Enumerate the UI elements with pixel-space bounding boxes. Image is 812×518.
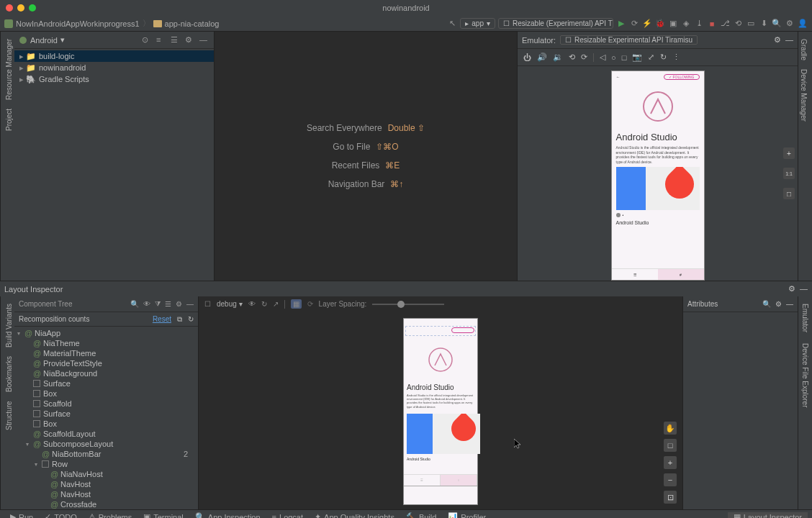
vcs-icon[interactable]: ⎇ [720, 19, 730, 29]
filter-icon[interactable]: ⧩ [155, 300, 161, 309]
volume-up-icon[interactable]: 🔊 [537, 53, 547, 62]
project-tree[interactable]: ▸📁build-logic ▸📁nowinandroid ▸🐘Gradle Sc… [14, 49, 214, 281]
zoom-in-icon[interactable]: + [783, 147, 795, 159]
tree-node[interactable]: @ScaffoldLayout [14, 429, 198, 439]
tree-node[interactable]: @Crossfade [14, 499, 198, 509]
collapse-all-icon[interactable]: ☰ [171, 35, 181, 45]
gutter-emulator[interactable]: Emulator [800, 299, 811, 337]
gutter-project[interactable]: Project [4, 104, 12, 135]
chevron-down-icon[interactable]: ▾ [60, 35, 65, 45]
component-tree[interactable]: ▾@NiaApp@NiaTheme@MaterialTheme@ProvideT… [14, 327, 198, 509]
tab-app-inspection[interactable]: 🔍 App Inspection [189, 512, 266, 518]
run-icon[interactable]: ▶ [616, 19, 626, 29]
rotate-right-icon[interactable]: ⟳ [581, 53, 587, 62]
tree-node[interactable]: @MaterialTheme [14, 348, 198, 358]
tree-node[interactable]: Box [14, 388, 198, 399]
gutter-device-manager[interactable]: Device Manager [801, 65, 809, 126]
more-icon[interactable]: ⋮ [672, 53, 680, 62]
home-icon[interactable]: ○ [611, 53, 616, 62]
tree-node[interactable]: @NavHost [14, 479, 198, 489]
3d-icon[interactable]: ▦ [291, 299, 302, 309]
apply-changes-icon[interactable]: ⟳ [629, 19, 639, 29]
project-view-label[interactable]: Android [30, 36, 58, 45]
tree-node[interactable]: @NavHost [14, 489, 198, 499]
tab-problems[interactable]: ⚠ Problems [83, 512, 137, 518]
tab-layout-inspector[interactable]: ▦ Layout Inspector [728, 512, 808, 518]
reload-icon[interactable]: ⟳ [307, 300, 313, 308]
profile-icon[interactable]: ◈ [681, 19, 691, 29]
export-icon[interactable]: ↗ [273, 300, 279, 308]
tree-node[interactable]: @NiaBottomBar2 [14, 449, 198, 459]
tab-terminal[interactable]: ▣ Terminal [137, 512, 189, 518]
back-icon[interactable]: ↖ [447, 19, 457, 29]
process-label[interactable]: debug ▾ [217, 300, 243, 308]
search-icon[interactable]: 🔍 [772, 19, 782, 29]
zoom-fit-icon[interactable]: ⊡ [664, 491, 677, 504]
tree-node[interactable]: ▾Row [14, 459, 198, 469]
tree-node[interactable]: @NiaBackground [14, 368, 198, 378]
coverage-icon[interactable]: ▣ [668, 19, 678, 29]
power-icon[interactable]: ⏻ [523, 53, 531, 62]
avd-icon[interactable]: ▭ [746, 19, 756, 29]
zoom-fit-icon[interactable]: 1:1 [783, 168, 795, 179]
tab-run[interactable]: ▶ Run [4, 512, 39, 518]
pan-icon[interactable]: ✋ [664, 422, 677, 435]
tree-node[interactable]: Surface [14, 378, 198, 388]
refresh-icon[interactable]: ↻ [188, 315, 194, 323]
tab-build[interactable]: 🔨 Build [400, 512, 442, 518]
tree-node[interactable]: Surface [14, 409, 198, 419]
zoom-in-icon[interactable]: + [664, 456, 677, 469]
gear-icon[interactable]: ⚙ [774, 35, 781, 45]
settings-icon[interactable]: ⚙ [785, 19, 795, 29]
gear-icon[interactable]: ⚙ [176, 300, 182, 309]
expand-all-icon[interactable]: ≡ [156, 35, 166, 45]
gutter-gradle[interactable]: Gradle [801, 35, 809, 65]
tree-node[interactable]: @NiaNavHost [14, 469, 198, 479]
run-config-selector[interactable]: ▸ app ▾ [460, 18, 495, 29]
maximize-traffic-light[interactable] [29, 4, 36, 12]
tree-node[interactable]: Box [14, 419, 198, 429]
screenshot-icon[interactable]: 📷 [632, 53, 642, 62]
reset-link[interactable]: Reset [153, 315, 171, 323]
back-icon[interactable]: ◁ [600, 53, 605, 62]
breadcrumb-project[interactable]: NowInAndroidAppWorkinprogress1 [16, 19, 140, 28]
sync-icon[interactable]: ⟲ [733, 19, 743, 29]
resize-icon[interactable]: ⤢ [648, 53, 654, 62]
tab-todo[interactable]: ✓ TODO [39, 512, 83, 518]
live-icon[interactable]: 👁 [248, 300, 256, 308]
breadcrumb-module[interactable]: app-nia-catalog [165, 19, 220, 28]
refresh-icon[interactable]: ↻ [261, 300, 267, 308]
tree-node[interactable]: @NiaTheme [14, 338, 198, 348]
zoom-reset-icon[interactable]: □ [783, 188, 795, 199]
inspector-canvas[interactable]: Android Studio Android Studio is the off… [199, 312, 682, 509]
rotate-left-icon[interactable]: ⟲ [569, 53, 575, 62]
tree-node-build-logic[interactable]: ▸📁build-logic [14, 50, 214, 62]
attach-icon[interactable]: ⤓ [694, 19, 704, 29]
debug-icon[interactable]: 🐞 [655, 19, 665, 29]
tree-node[interactable]: ▾@NiaApp [14, 328, 198, 338]
emulator-device-tab[interactable]: ☐ Resizable Experimental API Tiramisu [560, 35, 698, 45]
hide-icon[interactable]: — [186, 300, 194, 309]
hide-icon[interactable]: — [800, 284, 808, 294]
gutter-structure[interactable]: Structure [4, 396, 12, 435]
stop-icon[interactable]: ■ [707, 19, 717, 29]
gear-icon[interactable]: ⚙ [788, 284, 795, 294]
zoom-box-icon[interactable]: □ [664, 439, 677, 452]
hide-icon[interactable]: — [199, 35, 209, 45]
tree-node-nowinandroid[interactable]: ▸📁nowinandroid [14, 62, 214, 73]
select-opened-icon[interactable]: ⊙ [142, 35, 152, 45]
hide-icon[interactable]: — [786, 300, 793, 308]
gutter-build-variants[interactable]: Build Variants [4, 299, 12, 352]
zoom-out-icon[interactable]: − [664, 473, 677, 486]
tab-app-quality[interactable]: ✦ App Quality Insights [309, 512, 400, 518]
volume-down-icon[interactable]: 🔉 [553, 53, 563, 62]
gutter-bookmarks[interactable]: Bookmarks [4, 352, 12, 396]
hide-icon[interactable]: — [785, 35, 793, 45]
overview-icon[interactable]: □ [622, 53, 627, 62]
search-icon[interactable]: 🔍 [762, 300, 771, 308]
gutter-device-file-explorer[interactable]: Device File Explorer [800, 339, 811, 412]
tree-node[interactable]: Scaffold [14, 399, 198, 409]
gear-icon[interactable]: ⚙ [185, 35, 195, 45]
eye-icon[interactable]: 👁 [143, 300, 150, 309]
gutter-resource-manager[interactable]: Resource Manager [4, 35, 12, 104]
